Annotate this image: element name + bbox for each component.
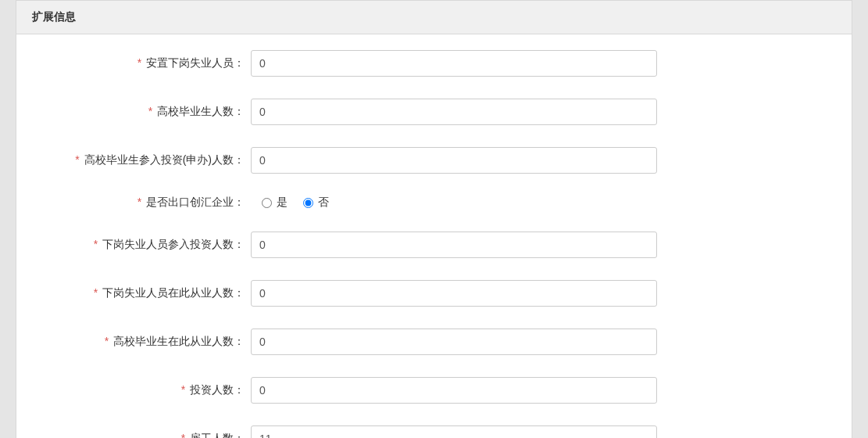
required-mark: * [148,105,152,117]
label-text: 下岗失业人员参入投资人数： [102,238,245,250]
unemployed-invest-input[interactable] [251,232,657,258]
radio-yes-input[interactable] [262,198,272,208]
required-mark: * [181,432,185,438]
form-control [251,50,657,77]
form-row-college-grad-count: * 高校毕业生人数： [40,99,828,125]
form-row-investor-count: * 投资人数： [40,377,828,404]
form-label: * 下岗失业人员参入投资人数： [40,238,251,252]
form-label: * 投资人数： [40,383,251,397]
required-mark: * [138,196,141,208]
form-row-unemployed-placed: * 安置下岗失业人员： [40,50,828,77]
label-text: 安置下岗失业人员： [146,56,245,69]
college-grad-here-work-input[interactable] [251,328,657,355]
form-label: * 下岗失业人员在此从业人数： [40,286,251,300]
label-text: 下岗失业人员在此从业人数： [102,286,245,299]
main-panel: 扩展信息 * 安置下岗失业人员： * 高校毕业生人数： [16,0,852,438]
required-mark: * [138,56,141,69]
required-mark: * [75,153,79,166]
form-row-unemployed-invest: * 下岗失业人员参入投资人数： [40,232,828,258]
form-label: * 雇工人数： [40,432,251,438]
form-row-export-earning: * 是否出口创汇企业： 是 否 [40,196,828,210]
radio-option-yes[interactable]: 是 [262,196,288,210]
form-control [251,425,657,438]
form-control: 是 否 [251,196,657,210]
radio-yes-label: 是 [277,196,288,210]
required-mark: * [94,286,98,299]
form-control [251,232,657,258]
college-grad-count-input[interactable] [251,99,657,125]
unemployed-here-work-input[interactable] [251,280,657,307]
section-header: 扩展信息 [16,0,852,34]
form-row-college-grad-here-work: * 高校毕业生在此从业人数： [40,328,828,355]
radio-option-no[interactable]: 否 [303,196,329,210]
section-title: 扩展信息 [32,10,76,23]
radio-no-input[interactable] [303,198,313,208]
label-text: 高校毕业生在此从业人数： [113,335,245,347]
label-text: 高校毕业生参入投资(申办)人数： [84,153,245,166]
employee-count-input[interactable] [251,425,657,438]
form-body: * 安置下岗失业人员： * 高校毕业生人数： [16,34,852,438]
form-row-employee-count: * 雇工人数： [40,425,828,438]
required-mark: * [181,383,185,396]
form-control [251,377,657,404]
label-text: 雇工人数： [190,432,245,438]
label-text: 是否出口创汇企业： [146,196,245,208]
label-text: 投资人数： [190,383,245,396]
export-earning-radio-group: 是 否 [251,196,657,210]
radio-no-label: 否 [318,196,329,210]
investor-count-input[interactable] [251,377,657,404]
required-mark: * [94,238,98,250]
unemployed-placed-input[interactable] [251,50,657,77]
form-label: * 高校毕业生在此从业人数： [40,335,251,349]
page-background: 扩展信息 * 安置下岗失业人员： * 高校毕业生人数： [0,0,868,438]
form-label: * 高校毕业生人数： [40,105,251,119]
required-mark: * [105,335,109,347]
form-row-unemployed-here-work: * 下岗失业人员在此从业人数： [40,280,828,307]
form-control [251,328,657,355]
form-label: * 安置下岗失业人员： [40,56,251,70]
form-label: * 是否出口创汇企业： [40,196,251,210]
label-text: 高校毕业生人数： [157,105,245,117]
form-control [251,99,657,125]
form-control [251,147,657,174]
college-grad-invest-input[interactable] [251,147,657,174]
form-row-college-grad-invest: * 高校毕业生参入投资(申办)人数： [40,147,828,174]
form-control [251,280,657,307]
form-label: * 高校毕业生参入投资(申办)人数： [40,153,251,167]
